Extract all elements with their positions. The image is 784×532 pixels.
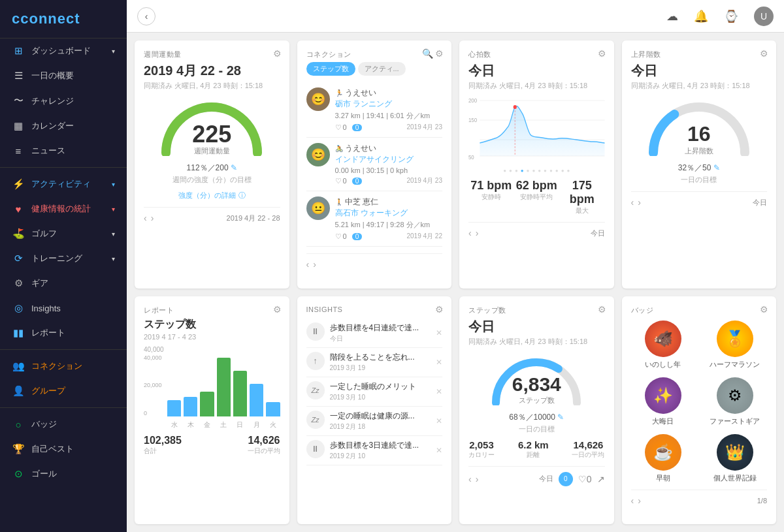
next-arrow[interactable]: › (151, 213, 154, 223)
badge-5: ☕ 早朝 (631, 434, 695, 483)
sidebar-item-health[interactable]: ♥ 健康情報の統計 ▾ (0, 196, 127, 221)
watch-icon[interactable]: ⌚ (724, 9, 738, 23)
dot-1: ● (503, 168, 506, 174)
sidebar-item-personal-best[interactable]: 🏆 自己ベスト (0, 437, 127, 462)
hr-nav-label: 今日 (591, 228, 605, 238)
training-icon: ⟳ (12, 253, 25, 264)
like-btn-3[interactable]: ♡ 0 (335, 232, 347, 241)
sidebar-item-challenge[interactable]: 〜 チャレンジ (0, 88, 127, 114)
sidebar-item-insights[interactable]: ◎ Insights (0, 296, 127, 321)
floors-gear-icon[interactable]: ⚙ (760, 48, 768, 59)
like-btn-1[interactable]: ♡ 0 (335, 123, 347, 132)
close-icon-2[interactable]: ✕ (436, 358, 442, 367)
prev-arrow[interactable]: ‹ (144, 213, 147, 223)
sidebar-item-badges[interactable]: ○ バッジ (0, 412, 127, 437)
sidebar-item-dashboard[interactable]: ⊞ ダッシュボード ▾ (0, 39, 127, 63)
sidebar-item-calendar[interactable]: ▦ カレンダー (0, 114, 127, 138)
sidebar-item-groups[interactable]: 👤 グループ (0, 379, 127, 403)
steps-edit-icon[interactable]: ✎ (557, 413, 564, 422)
conn-activity-3[interactable]: 高石市 ウォーキング (335, 208, 443, 219)
steps-next-arrow[interactable]: › (476, 474, 479, 484)
steps-gear-icon[interactable]: ⚙ (598, 304, 606, 315)
conn-info-2: 🚴 うえせい インドアサイクリング 0.00 km | 30:15 | 0 kp… (335, 143, 443, 185)
steps-gauge: 6,834 ステップ数 (468, 353, 605, 405)
sidebar-item-gear[interactable]: ⚙ ギア (0, 271, 127, 296)
insights-list: ⏸ 歩数目標を4日連続で達... 今日 ✕ ↑ 階段を上ることを忘れ... 20… (306, 319, 443, 465)
sidebar-item-activity[interactable]: ⚡ アクティビティ ▾ (0, 172, 127, 196)
detail-link[interactable]: 強度（分）の詳細 (178, 191, 236, 199)
weekly-gear-icon[interactable]: ⚙ (273, 48, 282, 59)
edit-icon[interactable]: ✎ (231, 163, 237, 172)
sidebar-item-daily[interactable]: ☰ 一日の概要 (0, 63, 127, 88)
bar-sat-bar (217, 358, 231, 416)
steps-nav: ‹ › 今日 0 ♡0 ↗ (468, 466, 605, 486)
report-total-label: 合計 (144, 446, 182, 456)
close-icon-5[interactable]: ✕ (436, 446, 442, 455)
report-gear-icon[interactable]: ⚙ (273, 304, 282, 315)
floors-prev-arrow[interactable]: ‹ (631, 197, 634, 208)
avatar-1: 😊 (306, 87, 330, 111)
tab-steps[interactable]: ステップ数 (306, 62, 355, 76)
close-icon-3[interactable]: ✕ (436, 387, 442, 396)
floors-date: 今日 (631, 62, 768, 80)
conn-date-3: 2019 4月 22 (407, 232, 443, 241)
badges-prev-arrow[interactable]: ‹ (631, 495, 634, 506)
tab-activity[interactable]: アクティ... (358, 62, 406, 76)
conn-activity-2[interactable]: インドアサイクリング (335, 154, 443, 165)
badge-1: 🐗 いのしし年 (631, 321, 695, 369)
conn-stats-1: 3.27 km | 19:41 | 6:01 分／km (335, 111, 443, 121)
hr-resting: 71 bpm 安静時 (468, 179, 514, 215)
steps-prev-arrow[interactable]: ‹ (468, 474, 472, 484)
sidebar-item-connections[interactable]: 👥 コネクション (0, 354, 127, 379)
like-btn-2[interactable]: ♡ 0 (335, 177, 347, 185)
badge-2: 🏅 ハーフマラソン (703, 321, 767, 369)
floors-next-arrow[interactable]: › (638, 197, 641, 208)
sidebar-item-training[interactable]: ⟳ トレーニング ▾ (0, 246, 127, 271)
conn-stats-3: 5.21 km | 49:17 | 9:28 分／km (335, 220, 443, 230)
hr-prev-arrow[interactable]: ‹ (468, 228, 472, 238)
bar-wed (167, 400, 181, 416)
steps-heart-icon[interactable]: ♡0 (578, 474, 592, 484)
conn-activity-1[interactable]: 砺市 ランニング (335, 99, 443, 110)
gauge-unit: 週間運動量 (192, 146, 231, 156)
sidebar-item-reports[interactable]: ▮▮ レポート (0, 321, 127, 345)
nav-divider-2 (0, 349, 127, 350)
steps-card: ステップ数 ⚙ 今日 同期済み 火曜日, 4月 23 時刻：15:18 6,83… (459, 296, 614, 525)
close-icon-4[interactable]: ✕ (436, 416, 442, 426)
search-icon[interactable]: 🔍 (422, 48, 433, 59)
insight-info-5: 歩数目標を3日連続で達... 2019 2月 10 (330, 440, 431, 461)
hr-max-label: 最大 (559, 206, 605, 215)
insight-item-3: Zz 一定した睡眠のメリット 2019 3月 10 ✕ (306, 377, 443, 407)
conn-next-arrow[interactable]: › (313, 259, 316, 270)
connection-gear-icon[interactable]: ⚙ (435, 48, 444, 59)
steps-page-btn[interactable]: 0 (559, 472, 573, 486)
sidebar-item-news[interactable]: ≡ ニュース (0, 138, 127, 163)
close-icon-1[interactable]: ✕ (436, 328, 442, 337)
badges-gear-icon[interactable]: ⚙ (760, 304, 768, 315)
chevron-icon: ▾ (112, 206, 115, 213)
hr-chart-svg: 200 150 50 (468, 97, 605, 163)
hr-next-arrow[interactable]: › (476, 228, 479, 238)
steps-share-icon[interactable]: ↗ (597, 474, 605, 484)
notification-icon[interactable]: 🔔 (694, 9, 708, 23)
sidebar-item-goals[interactable]: ⊙ ゴール (0, 462, 127, 486)
back-button[interactable]: ‹ (137, 7, 155, 25)
hr-title: 心拍数 (468, 50, 605, 59)
badge-label-2: ハーフマラソン (710, 360, 760, 369)
connection-item-2: 😊 🚴 うえせい インドアサイクリング 0.00 km | 30:15 | 0 … (306, 138, 443, 191)
badge-img-5: ☕ (645, 434, 681, 471)
badges-next-arrow[interactable]: › (638, 495, 641, 506)
hr-gear-icon[interactable]: ⚙ (598, 48, 606, 59)
cloud-icon[interactable]: ☁ (666, 9, 678, 23)
floors-gauge: 16 上昇階数 (631, 97, 768, 156)
badge-img-1: 🐗 (645, 321, 681, 357)
floors-edit-icon[interactable]: ✎ (713, 163, 720, 172)
sidebar-item-golf[interactable]: ⛳ ゴルフ ▾ (0, 221, 127, 246)
main-content: ‹ ☁ 🔔 ⌚ U 週間運動量 ⚙ 2019 4月 22 - 28 同期済み 火… (127, 0, 784, 532)
user-avatar[interactable]: U (754, 7, 774, 26)
insights-gear-icon[interactable]: ⚙ (435, 304, 444, 315)
floors-sync: 同期済み 火曜日, 4月 23 時刻：15:18 (631, 81, 768, 91)
badge-4: ⚙ ファーストギア (703, 377, 767, 426)
bar-fri (200, 392, 214, 416)
conn-prev-arrow[interactable]: ‹ (306, 259, 310, 270)
